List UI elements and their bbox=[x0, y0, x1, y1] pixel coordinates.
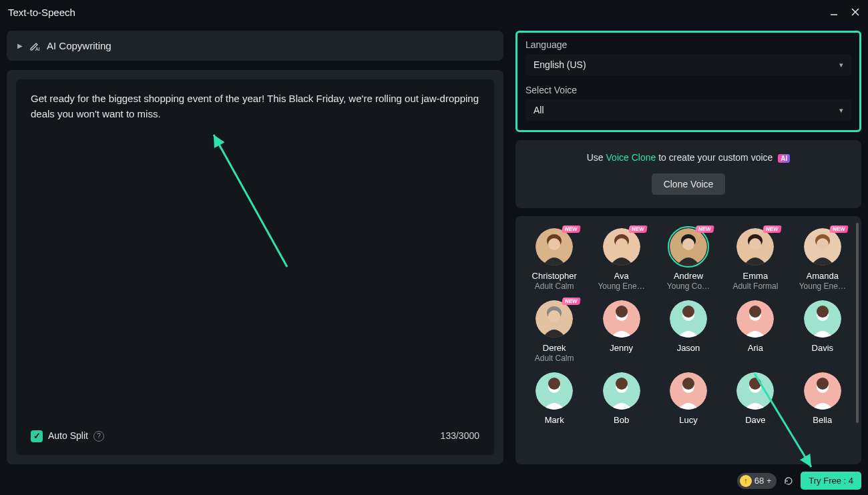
avatar bbox=[603, 372, 640, 410]
minimize-button[interactable] bbox=[829, 7, 839, 17]
voices-panel: NEW Christopher Adult Calm NEW Ava Young… bbox=[515, 216, 861, 464]
voice-name: Bob bbox=[614, 415, 629, 425]
voice-option[interactable]: NEW Andrew Young Co… bbox=[656, 227, 720, 292]
text-content: Get ready for the biggest shopping event… bbox=[31, 91, 479, 121]
voice-name: Bella bbox=[813, 415, 832, 425]
close-button[interactable] bbox=[851, 7, 860, 17]
avatar bbox=[804, 300, 841, 338]
language-select[interactable]: English (US) ▾ bbox=[525, 54, 851, 75]
plus-icon: + bbox=[767, 476, 771, 486]
language-value: English (US) bbox=[533, 59, 586, 70]
voice-name: Jenny bbox=[610, 343, 633, 353]
voice-name: Dave bbox=[745, 415, 765, 425]
coin-icon: ↑ bbox=[740, 475, 752, 487]
voice-name: Aria bbox=[748, 343, 763, 353]
new-badge: NEW bbox=[562, 298, 580, 305]
new-badge: NEW bbox=[562, 225, 580, 233]
window-title: Text-to-Speech bbox=[8, 7, 75, 18]
voice-subtitle: Adult Calm bbox=[535, 282, 574, 291]
new-badge: NEW bbox=[696, 225, 714, 233]
help-icon[interactable]: ? bbox=[93, 431, 104, 442]
ai-badge-icon: AI bbox=[778, 154, 790, 163]
ai-copywriting-label: AI Copywriting bbox=[47, 40, 112, 51]
voice-option[interactable]: NEW Amanda Young Ene… bbox=[791, 227, 855, 292]
svg-point-42 bbox=[682, 378, 694, 390]
avatar bbox=[535, 372, 573, 410]
voice-option[interactable]: Bob bbox=[589, 371, 653, 426]
text-input[interactable]: Get ready for the biggest shopping event… bbox=[16, 79, 494, 455]
svg-point-12 bbox=[682, 238, 694, 250]
voice-clone-link[interactable]: Voice Clone bbox=[606, 152, 656, 163]
avatar bbox=[670, 300, 707, 338]
voice-option[interactable]: NEW Emma Adult Formal bbox=[723, 227, 787, 292]
bottom-bar: ↑ 68 + Try Free : 4 bbox=[737, 472, 861, 490]
avatar bbox=[736, 372, 774, 410]
chevron-down-icon: ▾ bbox=[839, 106, 843, 115]
voice-option[interactable]: Lucy bbox=[656, 371, 720, 426]
voice-option[interactable]: Jason bbox=[656, 299, 720, 364]
title-bar: Text-to-Speech bbox=[0, 0, 868, 24]
clone-voice-button[interactable]: Clone Voice bbox=[652, 173, 726, 195]
voice-name: Jason bbox=[677, 343, 700, 353]
voice-name: Andrew bbox=[674, 271, 703, 281]
svg-point-45 bbox=[749, 378, 761, 390]
voice-clone-message: Use Voice Clone to create your custom vo… bbox=[523, 152, 853, 163]
voice-option[interactable]: Jenny bbox=[589, 299, 653, 364]
voice-option[interactable]: NEW Christopher Adult Calm bbox=[522, 227, 586, 292]
language-label: Language bbox=[525, 39, 851, 50]
svg-point-15 bbox=[749, 238, 761, 250]
text-editor-card: Get ready for the biggest shopping event… bbox=[7, 70, 503, 464]
auto-split-label: Auto Split bbox=[48, 429, 88, 443]
voice-subtitle: Young Co… bbox=[667, 282, 710, 291]
auto-split-toggle[interactable]: ✓ Auto Split ? bbox=[31, 429, 104, 443]
svg-point-6 bbox=[548, 238, 560, 250]
voice-option[interactable]: Bella bbox=[791, 371, 855, 426]
credits-pill[interactable]: ↑ 68 + bbox=[737, 473, 777, 489]
chevron-right-icon: ▶ bbox=[17, 42, 23, 49]
chevron-down-icon: ▾ bbox=[839, 61, 843, 69]
refresh-icon[interactable] bbox=[783, 476, 794, 486]
svg-point-9 bbox=[616, 238, 628, 250]
voice-filter-label: Select Voice bbox=[525, 85, 851, 95]
voice-name: Amanda bbox=[807, 271, 839, 281]
credits-count: 68 bbox=[754, 476, 764, 486]
pencil-icon: AI bbox=[29, 41, 40, 51]
voice-subtitle: Young Ene… bbox=[598, 282, 644, 291]
voice-name: Davis bbox=[812, 343, 834, 353]
new-badge: NEW bbox=[628, 225, 647, 233]
avatar bbox=[535, 228, 573, 266]
character-count: 133/3000 bbox=[441, 429, 479, 443]
voice-name: Ava bbox=[614, 271, 629, 281]
ai-copywriting-row[interactable]: ▶ AI AI Copywriting bbox=[7, 31, 503, 61]
svg-text:AI: AI bbox=[35, 47, 40, 51]
voice-option[interactable]: Mark bbox=[522, 371, 586, 426]
svg-point-18 bbox=[817, 238, 829, 250]
svg-point-48 bbox=[817, 378, 829, 390]
voice-name: Lucy bbox=[679, 415, 697, 425]
language-voice-panel: Language English (US) ▾ Select Voice All… bbox=[515, 31, 861, 132]
try-free-button[interactable]: Try Free : 4 bbox=[801, 472, 861, 490]
checkbox-checked-icon: ✓ bbox=[31, 430, 43, 442]
avatar bbox=[603, 300, 640, 338]
scrollbar[interactable] bbox=[856, 223, 859, 423]
svg-point-33 bbox=[817, 306, 829, 318]
svg-point-24 bbox=[616, 306, 628, 318]
avatar bbox=[736, 300, 774, 338]
new-badge: NEW bbox=[763, 225, 781, 233]
avatar bbox=[535, 300, 573, 338]
voice-filter-value: All bbox=[533, 105, 544, 115]
avatar bbox=[670, 228, 707, 266]
voice-option[interactable]: Davis bbox=[791, 299, 855, 364]
avatar bbox=[670, 372, 707, 410]
svg-point-30 bbox=[749, 306, 761, 318]
svg-point-21 bbox=[548, 310, 560, 322]
new-badge: NEW bbox=[829, 225, 848, 233]
voice-filter-select[interactable]: All ▾ bbox=[525, 99, 851, 121]
voice-option[interactable]: NEW Ava Young Ene… bbox=[589, 227, 653, 292]
svg-point-36 bbox=[548, 378, 560, 390]
avatar bbox=[804, 228, 841, 266]
voice-option[interactable]: Aria bbox=[723, 299, 787, 364]
voice-subtitle: Young Ene… bbox=[799, 282, 846, 291]
voice-option[interactable]: Dave bbox=[723, 371, 787, 426]
voice-option[interactable]: NEW Derek Adult Calm bbox=[522, 299, 586, 364]
